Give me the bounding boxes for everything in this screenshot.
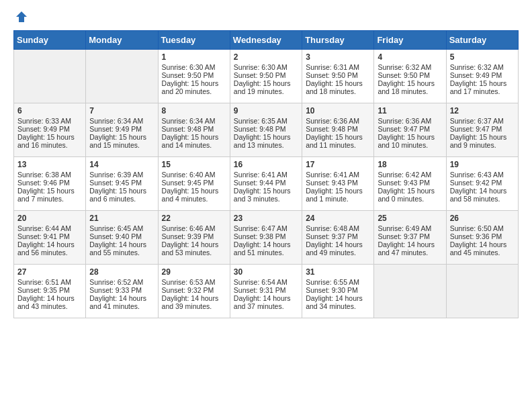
calendar-body: 1Sunrise: 6:30 AMSunset: 9:50 PMDaylight…	[14, 50, 519, 318]
sunrise: Sunrise: 6:32 AM	[378, 63, 431, 71]
calendar-day-cell: 23Sunrise: 6:47 AMSunset: 9:38 PMDayligh…	[230, 211, 302, 265]
day-number: 21	[89, 214, 154, 223]
sunset: Sunset: 9:44 PM	[234, 179, 286, 187]
calendar-day-cell: 6Sunrise: 6:33 AMSunset: 9:49 PMDaylight…	[14, 103, 86, 157]
sunset: Sunset: 9:35 PM	[17, 286, 70, 294]
sunset: Sunset: 9:42 PM	[450, 179, 502, 187]
sunset: Sunset: 9:38 PM	[234, 232, 286, 240]
day-number: 6	[17, 106, 82, 116]
sunrise: Sunrise: 6:39 AM	[89, 171, 143, 179]
calendar-day-cell: 7Sunrise: 6:34 AMSunset: 9:49 PMDaylight…	[86, 103, 158, 157]
sunrise: Sunrise: 6:30 AM	[234, 63, 287, 71]
sunset: Sunset: 9:49 PM	[89, 125, 142, 133]
day-number: 25	[378, 214, 442, 223]
day-number: 19	[450, 160, 515, 169]
calendar-header-cell: Wednesday	[230, 31, 302, 50]
daylight: Daylight: 15 hours and 13 minutes.	[234, 133, 291, 149]
day-number: 27	[17, 267, 82, 277]
day-number: 8	[162, 106, 226, 116]
calendar-day-cell: 27Sunrise: 6:51 AMSunset: 9:35 PMDayligh…	[14, 265, 86, 318]
day-number: 30	[234, 267, 298, 277]
sunrise: Sunrise: 6:55 AM	[306, 278, 359, 286]
day-number: 12	[450, 106, 515, 116]
day-number: 9	[234, 106, 298, 116]
sunset: Sunset: 9:37 PM	[306, 232, 358, 240]
sunset: Sunset: 9:30 PM	[306, 286, 358, 294]
sunset: Sunset: 9:33 PM	[89, 286, 142, 294]
calendar-day-cell: 12Sunrise: 6:37 AMSunset: 9:47 PMDayligh…	[446, 103, 518, 157]
sunrise: Sunrise: 6:42 AM	[378, 171, 431, 179]
page-header	[13, 13, 519, 24]
daylight: Daylight: 15 hours and 16 minutes.	[17, 133, 75, 149]
calendar-day-cell: 22Sunrise: 6:46 AMSunset: 9:39 PMDayligh…	[158, 211, 230, 265]
calendar-day-cell: 5Sunrise: 6:32 AMSunset: 9:49 PMDaylight…	[446, 50, 518, 103]
sunrise: Sunrise: 6:52 AM	[89, 278, 143, 286]
day-number: 26	[450, 214, 515, 223]
sunset: Sunset: 9:49 PM	[17, 125, 70, 133]
sunset: Sunset: 9:48 PM	[162, 125, 214, 133]
day-number: 13	[17, 160, 82, 169]
sunrise: Sunrise: 6:33 AM	[17, 117, 71, 125]
daylight: Daylight: 14 hours and 58 minutes.	[450, 187, 507, 203]
day-number: 3	[306, 52, 370, 62]
daylight: Daylight: 15 hours and 15 minutes.	[89, 133, 146, 149]
sunset: Sunset: 9:45 PM	[162, 179, 214, 187]
sunrise: Sunrise: 6:50 AM	[450, 224, 504, 232]
sunrise: Sunrise: 6:51 AM	[17, 278, 71, 286]
calendar-day-cell	[86, 50, 158, 103]
day-number: 28	[89, 267, 154, 277]
daylight: Daylight: 14 hours and 37 minutes.	[234, 294, 291, 310]
daylight: Daylight: 15 hours and 7 minutes.	[17, 187, 75, 203]
sunrise: Sunrise: 6:38 AM	[17, 171, 71, 179]
calendar-day-cell: 4Sunrise: 6:32 AMSunset: 9:50 PMDaylight…	[374, 50, 446, 103]
calendar-day-cell: 8Sunrise: 6:34 AMSunset: 9:48 PMDaylight…	[158, 103, 230, 157]
sunrise: Sunrise: 6:54 AM	[234, 278, 287, 286]
day-number: 18	[378, 160, 442, 169]
daylight: Daylight: 15 hours and 19 minutes.	[234, 79, 291, 95]
calendar-table: SundayMondayTuesdayWednesdayThursdayFrid…	[13, 30, 519, 318]
logo-icon	[15, 10, 28, 24]
sunset: Sunset: 9:50 PM	[162, 71, 214, 79]
sunset: Sunset: 9:43 PM	[378, 179, 430, 187]
day-number: 29	[162, 267, 226, 277]
sunset: Sunset: 9:37 PM	[378, 232, 430, 240]
day-number: 23	[234, 214, 298, 223]
day-number: 15	[162, 160, 226, 169]
sunset: Sunset: 9:46 PM	[17, 179, 70, 187]
sunset: Sunset: 9:43 PM	[306, 179, 358, 187]
sunrise: Sunrise: 6:48 AM	[306, 224, 359, 232]
sunrise: Sunrise: 6:41 AM	[306, 171, 359, 179]
sunrise: Sunrise: 6:41 AM	[234, 171, 287, 179]
sunset: Sunset: 9:50 PM	[378, 71, 430, 79]
calendar-day-cell: 14Sunrise: 6:39 AMSunset: 9:45 PMDayligh…	[86, 157, 158, 211]
daylight: Daylight: 14 hours and 51 minutes.	[234, 240, 291, 257]
sunrise: Sunrise: 6:44 AM	[17, 224, 71, 232]
calendar-day-cell: 1Sunrise: 6:30 AMSunset: 9:50 PMDaylight…	[158, 50, 230, 103]
calendar-week-row: 6Sunrise: 6:33 AMSunset: 9:49 PMDaylight…	[14, 103, 519, 157]
daylight: Daylight: 15 hours and 18 minutes.	[306, 79, 363, 95]
calendar-header-cell: Tuesday	[158, 31, 230, 50]
sunset: Sunset: 9:47 PM	[378, 125, 430, 133]
sunset: Sunset: 9:32 PM	[162, 286, 214, 294]
calendar-day-cell: 10Sunrise: 6:36 AMSunset: 9:48 PMDayligh…	[302, 103, 374, 157]
calendar-day-cell: 28Sunrise: 6:52 AMSunset: 9:33 PMDayligh…	[86, 265, 158, 318]
day-number: 20	[17, 214, 82, 223]
daylight: Daylight: 14 hours and 55 minutes.	[89, 240, 146, 257]
sunset: Sunset: 9:50 PM	[234, 71, 286, 79]
calendar-header-row: SundayMondayTuesdayWednesdayThursdayFrid…	[14, 31, 519, 50]
sunset: Sunset: 9:47 PM	[450, 125, 502, 133]
sunrise: Sunrise: 6:36 AM	[378, 117, 431, 125]
calendar-day-cell: 21Sunrise: 6:45 AMSunset: 9:40 PMDayligh…	[86, 211, 158, 265]
calendar-day-cell: 29Sunrise: 6:53 AMSunset: 9:32 PMDayligh…	[158, 265, 230, 318]
calendar-day-cell: 13Sunrise: 6:38 AMSunset: 9:46 PMDayligh…	[14, 157, 86, 211]
calendar-header-cell: Thursday	[302, 31, 374, 50]
daylight: Daylight: 14 hours and 56 minutes.	[17, 240, 75, 257]
sunset: Sunset: 9:39 PM	[162, 232, 214, 240]
calendar-day-cell: 20Sunrise: 6:44 AMSunset: 9:41 PMDayligh…	[14, 211, 86, 265]
calendar-day-cell: 26Sunrise: 6:50 AMSunset: 9:36 PMDayligh…	[446, 211, 518, 265]
sunset: Sunset: 9:48 PM	[306, 125, 358, 133]
sunrise: Sunrise: 6:35 AM	[234, 117, 287, 125]
calendar-day-cell: 9Sunrise: 6:35 AMSunset: 9:48 PMDaylight…	[230, 103, 302, 157]
calendar-week-row: 20Sunrise: 6:44 AMSunset: 9:41 PMDayligh…	[14, 211, 519, 265]
sunrise: Sunrise: 6:43 AM	[450, 171, 504, 179]
